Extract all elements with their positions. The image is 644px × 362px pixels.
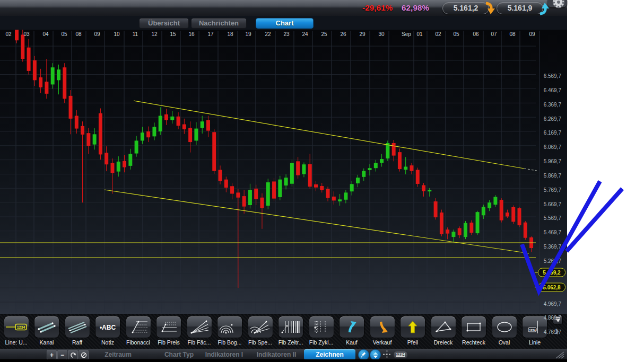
scale-arrows-button[interactable] — [370, 349, 381, 360]
price-label: 6.369,7 — [535, 101, 561, 107]
fib-speed-icon — [248, 316, 273, 338]
tool-label: Fib Zykl... — [306, 339, 336, 346]
date-label: 10 — [114, 31, 119, 37]
candlestick — [135, 140, 138, 153]
candlestick — [248, 190, 252, 205]
price-label: 5.669,7 — [535, 201, 561, 207]
tool-note[interactable]: •ABCNotiz — [93, 315, 123, 348]
date-label: 24 — [302, 31, 308, 37]
chart-area[interactable]: 0203040508091011121516171819222324252629… — [0, 30, 567, 314]
crosshair-button[interactable] — [381, 350, 392, 359]
candlestick — [99, 113, 102, 155]
trendline — [524, 169, 537, 171]
date-label: Sep — [402, 31, 411, 37]
tool-label: Fib Preis — [154, 339, 184, 346]
candlestick — [524, 223, 527, 238]
second-percent: 62,98% — [402, 3, 429, 12]
tool-label: Fib Spe... — [245, 339, 275, 346]
tool-buy-arrow[interactable]: Kauf — [337, 315, 367, 348]
tool-fib-arcs[interactable]: Fib Bog... — [215, 315, 245, 348]
candlestick — [170, 117, 174, 120]
disable-drawing-button[interactable] — [79, 350, 89, 360]
date-label: 09 — [529, 31, 535, 37]
drawing-toolbar: › 1234Line: U...KanalRaff•ABCNotizFibona… — [0, 314, 567, 349]
candlestick — [338, 199, 342, 201]
price-label: 4.869,7 — [535, 315, 561, 321]
bottom-tab-indikatoren-i[interactable]: Indikatoren I — [202, 349, 247, 360]
candlestick — [464, 223, 467, 237]
bid-price-button[interactable]: 5.161,2 — [442, 2, 489, 14]
tool-line-value[interactable]: 1234Line: U... — [1, 315, 31, 348]
numbers-badge[interactable]: 1234 — [393, 351, 408, 359]
tool-fib-speed[interactable]: Fib Spe... — [245, 315, 275, 348]
candlestick — [469, 223, 473, 233]
svg-text:•ABC: •ABC — [100, 324, 116, 331]
tab-nachrichten[interactable]: Nachrichten — [191, 18, 247, 29]
candlestick — [177, 117, 180, 126]
tool-fib-price[interactable]: Fib Preis — [154, 315, 184, 348]
candlestick — [428, 190, 431, 191]
draw-mode-button[interactable] — [358, 349, 369, 360]
bottom-tab-zeichnen[interactable]: Zeichnen — [304, 349, 355, 360]
tool-oval[interactable]: Oval — [489, 315, 519, 348]
ask-price-button[interactable]: 5.161,9 — [497, 2, 543, 14]
price-label: 5.769,7 — [535, 187, 561, 192]
tab-chart[interactable]: Chart — [256, 18, 314, 29]
candlestick — [45, 82, 48, 94]
tool-triangle[interactable]: Dreieck — [428, 315, 458, 348]
buy-arrow-icon — [339, 316, 364, 338]
tool-label: Line: U... — [1, 339, 31, 346]
candlestick — [446, 229, 449, 234]
tab-uebersicht[interactable]: Übersicht — [139, 18, 189, 29]
candlestick — [380, 159, 384, 163]
candlestick — [236, 192, 240, 197]
header-bar: -29,61% 62,98% 5.161,2 5.161,9 — [0, 0, 567, 16]
line-value-icon: 1234 — [4, 316, 29, 338]
candlestick — [51, 67, 55, 84]
tool-label: Verkauf — [367, 339, 397, 346]
candlestick — [434, 201, 438, 217]
zoom-out-button[interactable]: − — [57, 350, 67, 360]
tool-channel[interactable]: Kanal — [32, 315, 62, 348]
tool-sell-arrow[interactable]: Verkauf — [367, 315, 397, 348]
resize-grip[interactable] — [554, 350, 564, 359]
tool-raff-regression[interactable]: Raff — [62, 315, 92, 348]
tool-rectangle[interactable]: Rechteck — [459, 315, 489, 348]
refresh-button[interactable] — [68, 350, 78, 360]
refresh-icon — [70, 352, 76, 358]
tool-label: Kauf — [337, 339, 367, 346]
tool-arrow[interactable]: Pfeil — [398, 315, 428, 348]
tool-fibonacci[interactable]: Fibonacci — [123, 315, 153, 348]
date-label: 11 — [133, 31, 138, 37]
candlestick — [493, 197, 497, 205]
view-tabbar: Übersicht Nachrichten Chart — [0, 16, 567, 30]
price-tag: 5.159,2 — [538, 268, 565, 277]
date-label: 17 — [207, 31, 213, 37]
zoom-in-button[interactable]: + — [47, 350, 57, 360]
svg-text:1234: 1234 — [16, 325, 25, 329]
candlestick — [302, 164, 306, 174]
date-label: 01 — [416, 31, 422, 37]
date-label: 07 — [491, 31, 497, 37]
bottom-tab-chart-typ[interactable]: Chart Typ — [151, 349, 207, 360]
price-tag: 5.062,8 — [538, 283, 565, 292]
bottom-tab-zeitraum[interactable]: Zeitraum — [90, 349, 146, 360]
channel-icon — [34, 316, 59, 338]
fibonacci-icon — [126, 316, 151, 338]
tool-fib-time[interactable]: Fib Zeitr... — [276, 315, 306, 348]
candlestick — [410, 165, 413, 171]
tool-fib-fan[interactable]: Fib Fäc... — [184, 315, 214, 348]
candlestick — [164, 114, 168, 120]
crosshair-icon — [383, 350, 391, 358]
gear-icon[interactable] — [552, 0, 565, 9]
candlestick — [308, 164, 312, 187]
candlestick — [422, 185, 425, 191]
bottom-tab-indikatoren-ii[interactable]: Indikatoren II — [252, 349, 301, 360]
candlestick — [146, 131, 150, 137]
sell-curved-arrow-icon — [484, 2, 496, 15]
candlestick — [212, 132, 216, 171]
candlestick — [266, 182, 270, 206]
tool-fib-cycle[interactable]: Fib Zykl... — [306, 315, 336, 348]
fib-arcs-icon — [217, 316, 242, 338]
candlestick — [476, 212, 480, 233]
